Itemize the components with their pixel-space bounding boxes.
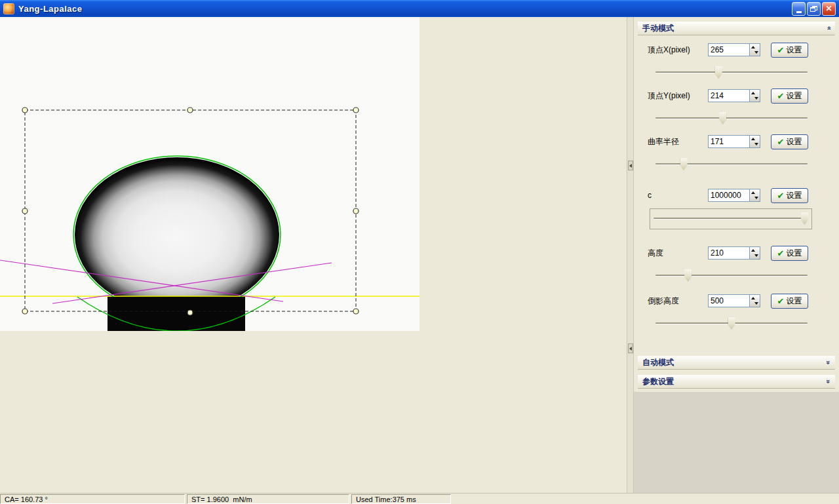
- section-header-parameter-settings[interactable]: 参数设置 »: [638, 375, 835, 389]
- check-icon: ✔: [777, 46, 785, 54]
- minimize-button[interactable]: [792, 2, 806, 16]
- vertex-y-label: 顶点Y(pixel): [648, 90, 708, 102]
- vertex-y-row: 顶点Y(pixel) ✔ 设置: [634, 88, 839, 104]
- reflection-height-label: 倒影高度: [648, 296, 708, 307]
- window-controls: ✕: [792, 2, 836, 16]
- spin-up-icon: [751, 191, 755, 194]
- selection-handle-bottom-right[interactable]: [353, 309, 359, 314]
- chevron-down-icon[interactable]: »: [825, 360, 832, 364]
- section-header-manual-mode[interactable]: 手动模式 »: [638, 22, 835, 35]
- c-parameter-input[interactable]: [709, 189, 749, 201]
- slider-track: [654, 218, 808, 219]
- vertex-y-input-group: [708, 89, 760, 102]
- slider-track: [655, 163, 808, 165]
- chevron-down-icon[interactable]: »: [825, 379, 832, 383]
- spin-up-icon: [751, 46, 755, 48]
- spin-down-icon: [754, 302, 758, 305]
- app-icon: [3, 3, 14, 14]
- curvature-radius-set-button[interactable]: ✔ 设置: [771, 134, 808, 149]
- selection-handle-top-left[interactable]: [22, 107, 28, 113]
- check-icon: ✔: [777, 297, 785, 305]
- splitter-collapse-top-button[interactable]: [628, 161, 633, 170]
- curvature-radius-row: 曲率半径 ✔ 设置: [634, 134, 839, 149]
- c-parameter-input-group: [708, 189, 760, 202]
- spin-down-icon: [754, 97, 758, 100]
- set-button-label: 设置: [786, 136, 802, 147]
- c-parameter-spinner[interactable]: [749, 189, 760, 201]
- selection-handle-top-mid[interactable]: [187, 107, 193, 113]
- reflection-height-set-button[interactable]: ✔ 设置: [771, 294, 808, 309]
- restore-icon: [810, 6, 817, 12]
- c-parameter-slider-box: [650, 208, 812, 229]
- droplet-image[interactable]: [0, 17, 420, 331]
- set-button-label: 设置: [786, 90, 802, 102]
- close-icon: ✕: [825, 5, 832, 12]
- chevron-up-icon[interactable]: »: [825, 26, 832, 30]
- vertex-x-slider-thumb[interactable]: [715, 66, 722, 79]
- curvature-radius-slider-thumb[interactable]: [680, 158, 688, 170]
- curvature-radius-input[interactable]: [709, 136, 749, 147]
- vertex-y-input[interactable]: [709, 90, 749, 102]
- collapse-arrow-icon: [629, 347, 632, 351]
- c-parameter-slider-thumb[interactable]: [801, 212, 808, 225]
- collapse-arrow-icon: [629, 164, 632, 168]
- curvature-radius-input-group: [708, 135, 760, 148]
- auto-mode-title: 自动模式: [642, 357, 827, 368]
- reflection-height-spinner[interactable]: [749, 295, 760, 307]
- close-button[interactable]: ✕: [822, 2, 836, 16]
- vertex-y-spinner[interactable]: [749, 90, 760, 102]
- set-button-label: 设置: [786, 45, 802, 56]
- c-parameter-row: c ✔ 设置: [634, 187, 839, 203]
- selection-handle-top-right[interactable]: [353, 107, 359, 113]
- maximize-restore-button[interactable]: [807, 2, 821, 16]
- parameter-settings-title: 参数设置: [642, 376, 827, 387]
- image-canvas-area: [0, 17, 627, 493]
- height-row: 高度 ✔ 设置: [634, 245, 839, 261]
- check-icon: ✔: [777, 138, 785, 146]
- reflection-height-input[interactable]: [709, 295, 749, 307]
- statusbar: CA= 160.73 ° ST= 1.9600 mN/m Used Time:3…: [0, 493, 839, 504]
- vertex-x-input[interactable]: [709, 44, 749, 56]
- app-window: Yang-Lapalace ✕: [0, 0, 839, 504]
- selection-handle-bottom-mid[interactable]: [187, 310, 193, 315]
- slider-track: [655, 275, 808, 276]
- spin-up-icon: [751, 249, 755, 252]
- vertex-y-slider-thumb[interactable]: [719, 112, 726, 125]
- contact-angle-status: CA= 160.73 °: [0, 494, 185, 504]
- spin-up-icon: [751, 297, 755, 300]
- selection-handle-bottom-left[interactable]: [22, 309, 28, 314]
- reflection-height-slider-thumb[interactable]: [728, 317, 735, 330]
- splitter-collapse-bottom-button[interactable]: [628, 343, 633, 353]
- height-slider-thumb[interactable]: [684, 269, 692, 282]
- reflection-height-slider: [634, 317, 839, 331]
- spin-down-icon: [754, 197, 758, 199]
- control-panel: 手动模式 » 顶点X(pixel) ✔ 设置 顶点Y(pixel): [634, 17, 839, 493]
- c-parameter-set-button[interactable]: ✔ 设置: [771, 188, 808, 203]
- height-input[interactable]: [709, 247, 749, 259]
- selection-handle-mid-left[interactable]: [22, 208, 28, 214]
- panel-empty-area: [634, 392, 839, 493]
- titlebar[interactable]: Yang-Lapalace ✕: [0, 0, 839, 17]
- vertex-x-label: 顶点X(pixel): [648, 45, 708, 56]
- spin-down-icon: [754, 143, 758, 145]
- height-spinner[interactable]: [749, 247, 760, 259]
- vertex-x-set-button[interactable]: ✔ 设置: [771, 43, 808, 58]
- vertex-x-input-group: [708, 43, 760, 56]
- substrate-pillar: [107, 296, 245, 331]
- vertex-x-row: 顶点X(pixel) ✔ 设置: [634, 42, 839, 58]
- set-button-label: 设置: [786, 190, 802, 201]
- height-set-button[interactable]: ✔ 设置: [771, 246, 808, 261]
- slider-track: [655, 117, 808, 119]
- vertex-y-set-button[interactable]: ✔ 设置: [771, 88, 808, 104]
- vertex-y-slider: [634, 111, 839, 126]
- selection-handle-mid-right[interactable]: [353, 208, 359, 214]
- set-button-label: 设置: [786, 296, 802, 307]
- spin-down-icon: [754, 51, 758, 54]
- spin-down-icon: [754, 254, 758, 257]
- curvature-radius-spinner[interactable]: [749, 136, 760, 147]
- panel-splitter[interactable]: [627, 17, 634, 493]
- vertex-x-spinner[interactable]: [749, 44, 760, 56]
- surface-tension-status: ST= 1.9600 mN/m: [187, 494, 349, 504]
- reflection-height-row: 倒影高度 ✔ 设置: [634, 293, 839, 309]
- section-header-auto-mode[interactable]: 自动模式 »: [638, 356, 835, 370]
